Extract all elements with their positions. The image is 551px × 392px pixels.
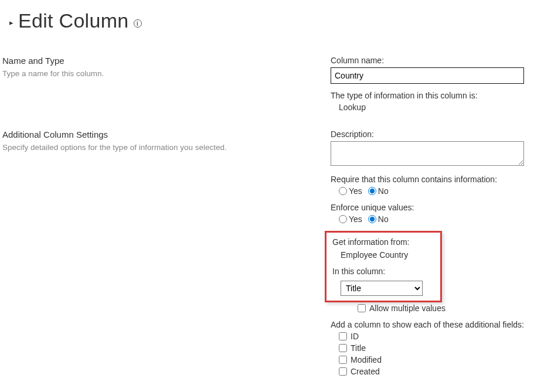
settings-heading: Additional Column Settings bbox=[2, 129, 313, 139]
add-field-label: ID bbox=[351, 332, 359, 341]
unique-yes-option[interactable]: Yes bbox=[339, 214, 362, 224]
name-type-desc: Type a name for this column. bbox=[2, 69, 313, 78]
column-type-value: Lookup bbox=[339, 103, 549, 112]
yes-text: Yes bbox=[349, 186, 362, 196]
add-field-checkbox-title[interactable] bbox=[339, 344, 347, 352]
require-no-option[interactable]: No bbox=[368, 186, 389, 196]
add-field-label: Title bbox=[351, 343, 366, 353]
add-field-checkbox-id[interactable] bbox=[339, 332, 347, 340]
add-field-row: ID bbox=[339, 332, 549, 341]
add-fields-label: Add a column to show each of these addit… bbox=[331, 320, 549, 329]
add-field-row: Modified bbox=[339, 355, 549, 364]
column-name-input[interactable] bbox=[331, 67, 524, 84]
lookup-source-highlight: Get information from: Employee Country I… bbox=[325, 231, 442, 302]
name-type-heading: Name and Type bbox=[2, 56, 313, 66]
column-name-label: Column name: bbox=[331, 56, 549, 65]
add-field-label: Modified bbox=[351, 355, 382, 364]
get-info-from-label: Get information from: bbox=[332, 237, 434, 247]
description-textarea[interactable] bbox=[331, 141, 524, 166]
add-field-checkbox-modified[interactable] bbox=[339, 356, 347, 364]
column-type-label: The type of information in this column i… bbox=[331, 91, 549, 100]
add-field-label: Created bbox=[351, 367, 380, 376]
description-label: Description: bbox=[331, 129, 549, 139]
section-name-type: Name and Type Type a name for this colum… bbox=[2, 56, 549, 112]
add-fields-list: ID Title Modified Created bbox=[339, 332, 549, 376]
no-text-2: No bbox=[378, 214, 389, 224]
in-this-column-label: In this column: bbox=[332, 267, 434, 276]
add-field-checkbox-created[interactable] bbox=[339, 367, 347, 376]
allow-multiple-label: Allow multiple values bbox=[369, 304, 445, 313]
require-label: Require that this column contains inform… bbox=[331, 175, 549, 184]
in-this-column-select[interactable]: Title bbox=[341, 281, 423, 296]
allow-multiple-checkbox[interactable] bbox=[358, 304, 366, 312]
add-field-row: Title bbox=[339, 343, 549, 353]
add-field-row: Created bbox=[339, 367, 549, 376]
require-yes-option[interactable]: Yes bbox=[339, 186, 362, 196]
expand-caret-icon[interactable]: ▸ bbox=[9, 19, 13, 26]
page-title: Edit Column bbox=[18, 9, 129, 32]
unique-label: Enforce unique values: bbox=[331, 203, 549, 212]
yes-text-2: Yes bbox=[349, 214, 362, 224]
unique-yes-radio[interactable] bbox=[339, 215, 347, 223]
page-title-row: ▸ Edit Column i bbox=[9, 9, 549, 32]
section-additional-settings: Additional Column Settings Specify detai… bbox=[2, 129, 549, 383]
settings-desc: Specify detailed options for the type of… bbox=[2, 143, 313, 152]
require-yes-radio[interactable] bbox=[339, 187, 347, 195]
unique-no-radio[interactable] bbox=[368, 215, 376, 223]
no-text: No bbox=[378, 186, 389, 196]
info-icon[interactable]: i bbox=[134, 19, 142, 28]
get-info-from-value: Employee Country bbox=[341, 250, 434, 260]
require-no-radio[interactable] bbox=[368, 187, 376, 195]
unique-no-option[interactable]: No bbox=[368, 214, 389, 224]
